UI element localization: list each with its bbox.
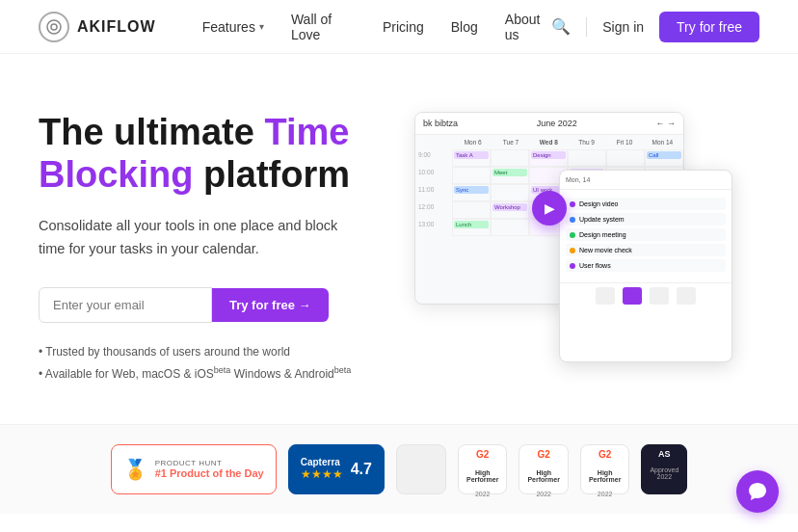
badges-section: 🏅 PRODUCT HUNT #1 Product of the Day Cap… [0,424,798,514]
nav-pricing[interactable]: Pricing [383,19,424,35]
hero-image: bk bibtza June 2022 ← → Mon 6 Tue 7 Wed … [405,112,759,353]
svg-point-0 [47,20,61,34]
nav-links: Features ▾ Wall of Love Pricing Blog Abo… [202,12,552,42]
g2-badge-3: G2 HighPerformer 2022 [580,444,629,494]
nav-features[interactable]: Features ▾ [202,19,264,35]
appsumo-badge: AS Approved2022 [641,444,687,494]
hero-subtitle: Consolidate all your tools in one place … [39,215,347,259]
product-hunt-badge: 🏅 PRODUCT HUNT #1 Product of the Day [111,444,277,494]
hero-content: The ultimate Time Blocking platform Cons… [39,112,366,386]
chevron-down-icon: ▾ [259,21,264,32]
capterra-badge: Capterra ★★★★ 4.7 [288,444,385,494]
medal-icon: 🏅 [123,458,147,481]
g2-badge-2: G2 HighPerformer 2022 [519,444,568,494]
svg-point-1 [51,24,57,30]
email-input[interactable] [39,287,212,323]
nav-divider [586,17,587,37]
navbar: AKIFLOW Features ▾ Wall of Love Pricing … [0,0,798,54]
play-button[interactable]: ▶ [532,191,567,226]
g2-badge-placeholder [396,444,446,494]
try-for-free-hero-button[interactable]: Try for free → [212,288,329,322]
email-cta-row: Try for free → [39,287,366,323]
hero-title: The ultimate Time Blocking platform [39,112,366,196]
nav-right: 🔍 Sign in Try for free [551,12,759,42]
sign-in-button[interactable]: Sign in [602,19,644,35]
chat-button[interactable] [736,470,779,513]
logo-text: AKIFLOW [77,18,156,36]
nav-about[interactable]: About us [505,12,551,42]
sidebar-panel: Mon, 14 Design video Update system Desig… [559,170,732,362]
nav-wall[interactable]: Wall of Love [291,12,356,42]
search-icon[interactable]: 🔍 [551,17,571,36]
trust-text: • Trusted by thousands of users around t… [39,342,366,386]
g2-badge-1: G2 HighPerformer 2022 [458,444,507,494]
logo[interactable]: AKIFLOW [39,12,156,42]
nav-blog[interactable]: Blog [451,19,478,35]
screenshot-container: bk bibtza June 2022 ← → Mon 6 Tue 7 Wed … [405,112,759,353]
try-for-free-nav-button[interactable]: Try for free [659,12,759,42]
hero-section: The ultimate Time Blocking platform Cons… [0,54,798,424]
cal-header: bk bibtza June 2022 ← → [415,113,683,135]
logo-icon [39,12,69,42]
